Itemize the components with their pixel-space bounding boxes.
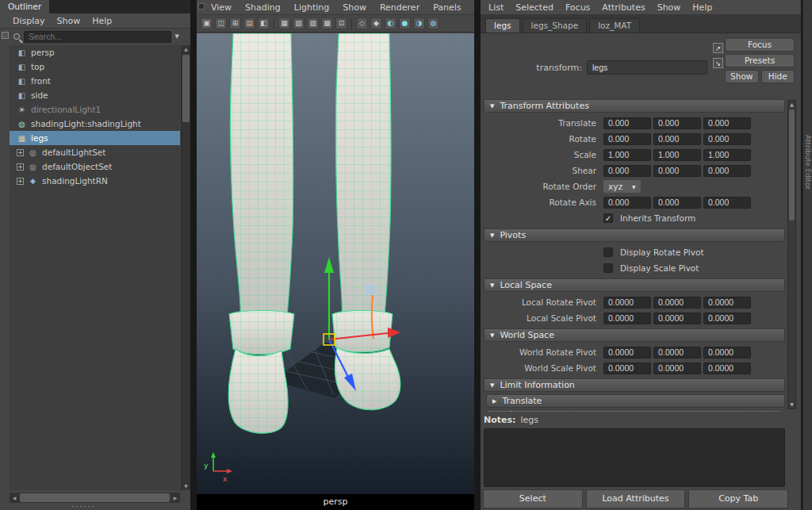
menu-renderer[interactable]: Renderer (380, 2, 419, 13)
number-field[interactable] (603, 362, 651, 374)
textured-icon[interactable]: ◐ (385, 17, 396, 29)
focus-button[interactable]: Focus (725, 38, 795, 52)
lighting-icon[interactable]: ● (399, 17, 411, 29)
notes-splitter[interactable] (488, 411, 780, 412)
load-attributes-button[interactable]: Load Attributes (586, 489, 686, 508)
scroll-up-icon[interactable]: ▲ (788, 101, 795, 109)
panel-resize-grip[interactable]: ······ (71, 502, 96, 510)
section-header-pivots[interactable]: ▼Pivots (484, 228, 785, 242)
attribute-editor-scrollbar[interactable]: ▲ ▼ (787, 100, 796, 409)
menu-view[interactable]: View (211, 2, 232, 13)
outliner-item-shadinglightrn[interactable]: +◆shadingLightRN (10, 174, 180, 188)
number-field[interactable] (703, 347, 751, 359)
ao-icon[interactable]: ◍ (427, 17, 439, 29)
shadows-icon[interactable]: ◑ (413, 17, 425, 29)
expand-toggle-icon[interactable]: + (17, 163, 24, 171)
wireframe-icon[interactable]: ◇ (356, 17, 368, 29)
number-field[interactable] (653, 197, 701, 209)
menu-lighting[interactable]: Lighting (294, 2, 329, 13)
menu-focus[interactable]: Focus (565, 2, 590, 13)
scroll-right-icon[interactable]: ▶ (170, 493, 180, 503)
number-field[interactable] (703, 149, 751, 161)
tab-loz-mat[interactable]: loz_MAT (589, 18, 640, 33)
scrollbar-thumb[interactable] (182, 55, 190, 122)
gate-mask-icon[interactable]: ▩ (321, 17, 333, 29)
image-plane-icon[interactable]: ▤ (243, 17, 255, 29)
number-field[interactable] (653, 165, 701, 177)
number-field[interactable] (703, 117, 751, 129)
checkbox-display-rotate-pivot[interactable] (603, 247, 613, 257)
menu-panels[interactable]: Panels (433, 2, 461, 13)
number-field[interactable] (703, 362, 751, 374)
number-field[interactable] (603, 133, 651, 145)
tab-legs-shape[interactable]: legs_Shape (523, 18, 588, 33)
menu-show[interactable]: Show (657, 2, 681, 13)
number-field[interactable] (603, 197, 651, 209)
menu-help[interactable]: Help (92, 16, 112, 26)
number-field[interactable] (653, 149, 701, 161)
number-field[interactable] (603, 313, 651, 324)
number-field[interactable] (653, 347, 701, 359)
presets-button[interactable]: Presets (725, 54, 795, 67)
number-field[interactable] (603, 297, 651, 309)
outliner-vertical-scrollbar[interactable]: ▲ ▼ (181, 45, 190, 490)
menu-show[interactable]: Show (343, 2, 366, 13)
viewport-panel-grip-icon[interactable] (198, 3, 205, 10)
number-field[interactable] (703, 165, 751, 177)
scrollbar-thumb[interactable] (789, 109, 795, 220)
outliner-item-defaultlightset[interactable]: +◎defaultLightSet (10, 145, 180, 159)
outliner-item-shadinglight-shadinglight[interactable]: ◍shadingLight:shadingLight (10, 117, 180, 131)
checkbox-inherits-transform[interactable]: ✓ (603, 213, 613, 223)
number-field[interactable] (603, 165, 651, 177)
input-connection-icon[interactable]: ↘ (713, 58, 723, 68)
shaded-icon[interactable]: ◆ (370, 17, 382, 29)
number-field[interactable] (603, 347, 651, 359)
scroll-up-icon[interactable]: ▲ (182, 45, 190, 53)
menu-display[interactable]: Display (13, 16, 45, 26)
resolution-gate-icon[interactable]: ▨ (307, 17, 319, 29)
menu-help[interactable]: Help (692, 2, 712, 13)
show-button[interactable]: Show (725, 70, 759, 83)
bookmark-icon[interactable]: ⊞ (229, 17, 241, 29)
scrollbar-thumb[interactable] (20, 493, 170, 502)
section-header-transform-attributes[interactable]: ▼Transform Attributes (484, 99, 785, 113)
copy-tab-button[interactable]: Copy Tab (688, 489, 788, 508)
outliner-item-top[interactable]: ◧top (10, 59, 180, 74)
viewport-canvas[interactable]: y x (197, 33, 474, 494)
number-field[interactable] (603, 117, 651, 129)
hide-button[interactable]: Hide (761, 70, 795, 83)
outliner-item-defaultobjectset[interactable]: +◎defaultObjectSet (10, 159, 180, 174)
outliner-item-front[interactable]: ◧front (10, 74, 180, 88)
number-field[interactable] (703, 297, 751, 309)
rotate-order-dropdown[interactable]: xyz▼ (603, 180, 641, 193)
section-header-local-space[interactable]: ▼Local Space (484, 278, 785, 292)
section-header-translate[interactable]: ▶Translate (486, 394, 785, 408)
component-selection-box[interactable] (366, 286, 375, 294)
number-field[interactable] (653, 297, 701, 309)
expand-toggle-icon[interactable]: + (17, 149, 24, 156)
menu-show[interactable]: Show (57, 16, 81, 26)
outliner-title-tab[interactable]: Outliner (0, 0, 49, 13)
search-input[interactable] (24, 31, 171, 43)
number-field[interactable] (653, 133, 701, 145)
scroll-down-icon[interactable]: ▼ (182, 482, 190, 490)
checkbox-display-scale-pivot[interactable] (603, 263, 613, 273)
menu-list[interactable]: List (488, 2, 504, 13)
output-connection-icon[interactable]: ↗ (713, 43, 723, 53)
scroll-left-icon[interactable]: ◀ (10, 493, 19, 503)
two-panel-icon[interactable]: ◧ (258, 17, 270, 29)
right-dock-strip[interactable]: Attribute Editor (802, 0, 812, 510)
menu-selected[interactable]: Selected (515, 2, 553, 13)
outliner-item-side[interactable]: ◧side (10, 88, 180, 102)
film-gate-icon[interactable]: ▧ (293, 17, 304, 29)
number-field[interactable] (603, 149, 651, 161)
tab-legs[interactable]: legs (485, 18, 520, 33)
lock-camera-icon[interactable]: ◫ (215, 17, 227, 29)
outliner-item-directionallight1[interactable]: ☀directionalLight1 (10, 102, 180, 117)
number-field[interactable] (653, 362, 701, 374)
number-field[interactable] (703, 133, 751, 145)
section-header-world-space[interactable]: ▼World Space (484, 328, 785, 342)
menu-attributes[interactable]: Attributes (602, 2, 645, 13)
number-field[interactable] (703, 197, 751, 209)
scroll-down-icon[interactable]: ▼ (788, 401, 795, 408)
